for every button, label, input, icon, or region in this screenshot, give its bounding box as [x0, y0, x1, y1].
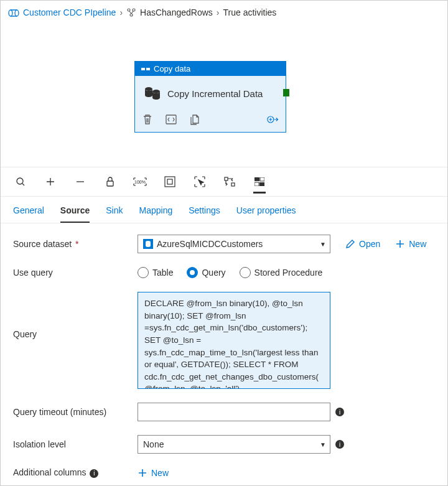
svg-rect-12 [107, 181, 113, 186]
svg-rect-21 [259, 182, 264, 186]
svg-point-4 [130, 14, 133, 16]
add-column-button[interactable]: New [138, 468, 169, 478]
svg-rect-6 [146, 68, 150, 70]
svg-point-2 [128, 9, 130, 11]
isolation-level-value: None [143, 439, 164, 449]
fit-tool[interactable] [155, 171, 185, 192]
svg-rect-14 [165, 177, 175, 187]
tab-user-properties[interactable]: User properties [236, 205, 296, 223]
svg-point-23 [146, 241, 151, 243]
query-label: Query [13, 292, 138, 339]
source-dataset-dropdown[interactable]: AzureSqlMICDCCustomers ▼ [138, 235, 330, 253]
svg-rect-20 [254, 182, 259, 186]
svg-rect-18 [254, 177, 259, 181]
query-textarea[interactable]: DECLARE @from_lsn binary(10), @to_lsn bi… [138, 292, 330, 389]
chevron-down-icon: ▼ [320, 441, 326, 448]
activity-title: Copy Incremental Data [167, 88, 263, 99]
svg-rect-17 [231, 183, 235, 186]
search-tool[interactable] [6, 171, 35, 192]
breadcrumb-separator: › [217, 7, 220, 17]
lock-tool[interactable] [95, 171, 125, 192]
pipeline-icon [8, 7, 19, 17]
select-tool[interactable] [185, 171, 215, 192]
open-dataset-button[interactable]: Open [345, 239, 380, 249]
tab-sink[interactable]: Sink [106, 205, 123, 223]
info-icon[interactable]: i [90, 469, 98, 478]
query-timeout-label: Query timeout (minutes) [13, 407, 138, 417]
breadcrumb: Customer CDC PIpeline › HasChangedRows ›… [1, 1, 447, 24]
layout-tool[interactable] [245, 171, 274, 192]
svg-text:100%: 100% [134, 180, 146, 184]
isolation-level-dropdown[interactable]: None ▼ [138, 435, 330, 454]
breadcrumb-mid: HasChangedRows [140, 7, 213, 17]
radio-table[interactable]: Table [138, 267, 173, 278]
radio-stored-procedure[interactable]: Stored Procedure [240, 267, 323, 278]
copy-icon[interactable] [189, 113, 201, 126]
canvas-toolbar: 100% [1, 167, 447, 197]
activity-type-label: Copy data [154, 64, 190, 73]
svg-point-7 [145, 87, 152, 91]
svg-rect-5 [141, 68, 145, 70]
tab-settings[interactable]: Settings [189, 205, 220, 223]
additional-columns-label: Additional columns i [13, 467, 138, 478]
code-icon[interactable] [165, 113, 177, 126]
delete-icon[interactable] [141, 113, 154, 126]
new-dataset-button[interactable]: New [395, 239, 426, 249]
radio-query[interactable]: Query [187, 267, 225, 278]
zoom-100-tool[interactable]: 100% [125, 171, 155, 192]
svg-point-1 [15, 10, 19, 16]
breadcrumb-separator: › [119, 7, 123, 17]
design-canvas[interactable]: Copy data Copy Incremental Data [1, 24, 447, 167]
success-output-handle[interactable] [283, 89, 289, 96]
tab-mapping[interactable]: Mapping [139, 205, 173, 223]
tab-source[interactable]: Source [60, 205, 90, 223]
add-output-icon[interactable] [267, 113, 279, 126]
zoom-out-tool[interactable] [65, 171, 95, 192]
activity-header[interactable]: Copy data [135, 62, 286, 76]
svg-rect-16 [225, 177, 228, 180]
source-dataset-value: AzureSqlMICDCCustomers [157, 239, 263, 249]
activity-body[interactable]: Copy Incremental Data [135, 76, 286, 110]
branch-icon [126, 7, 136, 17]
breadcrumb-leaf: True activities [223, 7, 276, 17]
sql-dataset-icon [143, 239, 153, 249]
property-tabs: General Source Sink Mapping Settings Use… [1, 197, 447, 223]
svg-rect-19 [260, 177, 264, 181]
chevron-down-icon: ▼ [320, 241, 326, 248]
use-query-radios: Table Query Stored Procedure [138, 267, 322, 278]
breadcrumb-root[interactable]: Customer CDC PIpeline [23, 7, 116, 17]
info-icon[interactable]: i [335, 408, 344, 416]
info-icon[interactable]: i [335, 440, 344, 449]
source-panel: Source dataset * AzureSqlMICDCCustomers … [1, 223, 447, 486]
svg-point-11 [17, 178, 23, 184]
use-query-label: Use query [13, 268, 138, 278]
svg-point-3 [133, 9, 135, 11]
query-timeout-input[interactable] [138, 403, 330, 421]
svg-rect-15 [167, 179, 172, 184]
source-dataset-label: Source dataset * [13, 239, 138, 249]
svg-point-0 [9, 10, 12, 16]
zoom-in-tool[interactable] [35, 171, 65, 192]
svg-point-8 [152, 90, 160, 93]
align-tool[interactable] [215, 171, 245, 192]
isolation-level-label: Isolation level [13, 439, 138, 449]
activity-actions [135, 110, 286, 132]
tab-general[interactable]: General [13, 205, 44, 223]
activity-node[interactable]: Copy data Copy Incremental Data [134, 61, 286, 133]
copy-data-icon [144, 86, 161, 101]
